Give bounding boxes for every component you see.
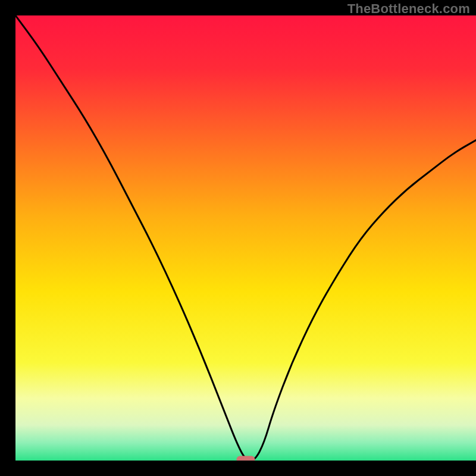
watermark-text: TheBottleneck.com <box>347 1 470 17</box>
gradient-background <box>15 15 476 461</box>
chart-container: TheBottleneck.com <box>0 0 476 476</box>
plot-area <box>0 0 476 476</box>
chart-svg <box>0 0 476 476</box>
optimal-marker <box>237 456 255 463</box>
